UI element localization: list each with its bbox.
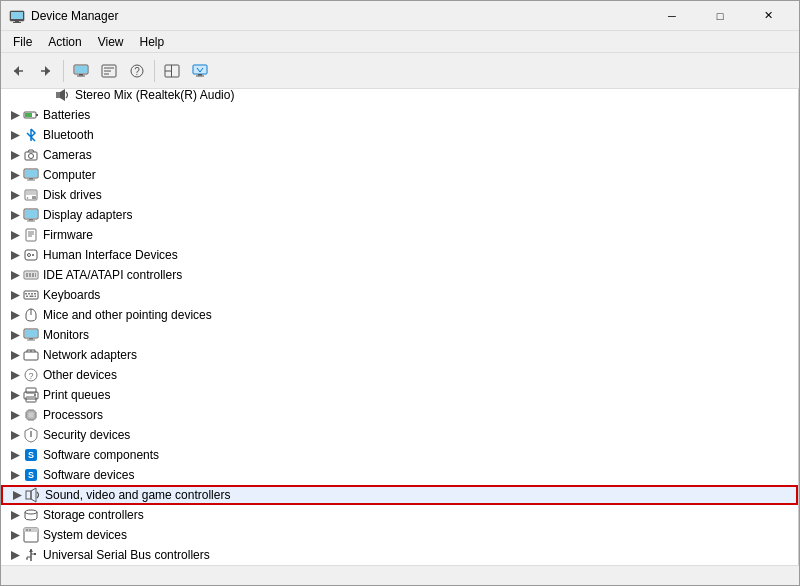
label-processors: Processors bbox=[43, 408, 103, 422]
svg-marker-47 bbox=[11, 211, 20, 220]
icon-disk bbox=[23, 187, 39, 203]
label-hid: Human Interface Devices bbox=[43, 248, 178, 262]
icon-software: S bbox=[23, 467, 39, 483]
tree-item-ideata[interactable]: IDE ATA/ATAPI controllers bbox=[1, 265, 798, 285]
toolbar-back[interactable] bbox=[5, 58, 31, 84]
svg-marker-68 bbox=[11, 291, 20, 300]
toolbar-computer[interactable] bbox=[68, 58, 94, 84]
expander-monitors[interactable] bbox=[7, 327, 23, 343]
expander-processors[interactable] bbox=[7, 407, 23, 423]
svg-rect-129 bbox=[24, 528, 38, 532]
tree-item-hid[interactable]: Human Interface Devices bbox=[1, 245, 798, 265]
content-area: Speaker (Realtek(R) Audio)Stereo Mix (Re… bbox=[1, 89, 799, 565]
toolbar-monitor[interactable] bbox=[187, 58, 213, 84]
svg-rect-82 bbox=[29, 338, 33, 340]
tree-item-bluetooth[interactable]: Bluetooth bbox=[1, 125, 798, 145]
tree-item-softwarecomponents[interactable]: SSoftware components bbox=[1, 445, 798, 465]
svg-rect-71 bbox=[28, 293, 30, 295]
tree-item-storagecontrollers[interactable]: Storage controllers bbox=[1, 505, 798, 525]
expander-bluetooth[interactable] bbox=[7, 127, 23, 143]
toolbar-forward[interactable] bbox=[33, 58, 59, 84]
tree-item-diskdrives[interactable]: Disk drives bbox=[1, 185, 798, 205]
tree-item-systemdevices[interactable]: System devices bbox=[1, 525, 798, 545]
icon-software: S bbox=[23, 447, 39, 463]
expander-storagecontrollers[interactable] bbox=[7, 507, 23, 523]
svg-rect-70 bbox=[25, 293, 27, 295]
tree-item-cameras[interactable]: Cameras bbox=[1, 145, 798, 165]
tree-item-speaker2[interactable]: Stereo Mix (Realtek(R) Audio) bbox=[1, 89, 798, 105]
expander-hid[interactable] bbox=[7, 247, 23, 263]
expander-speaker2 bbox=[39, 89, 55, 103]
tree-item-usb[interactable]: Universal Serial Bus controllers bbox=[1, 545, 798, 565]
expander-usb[interactable] bbox=[7, 547, 23, 563]
svg-marker-29 bbox=[11, 111, 20, 120]
close-button[interactable]: ✕ bbox=[745, 1, 791, 31]
expander-displayadapters[interactable] bbox=[7, 207, 23, 223]
tree-item-processors[interactable]: Processors bbox=[1, 405, 798, 425]
tree-item-otherdevices[interactable]: ?Other devices bbox=[1, 365, 798, 385]
tree-item-batteries[interactable]: Batteries bbox=[1, 105, 798, 125]
svg-marker-113 bbox=[11, 431, 20, 440]
expander-softwarecomponents[interactable] bbox=[7, 447, 23, 463]
icon-mouse bbox=[23, 307, 39, 323]
label-soundvideo: Sound, video and game controllers bbox=[45, 488, 230, 502]
expander-firmware[interactable] bbox=[7, 227, 23, 243]
title-bar: Device Manager ─ □ ✕ bbox=[1, 1, 799, 31]
svg-point-59 bbox=[28, 254, 31, 257]
expander-otherdevices[interactable] bbox=[7, 367, 23, 383]
svg-rect-39 bbox=[25, 170, 37, 177]
expander-mice[interactable] bbox=[7, 307, 23, 323]
expander-softwaredevices[interactable] bbox=[7, 467, 23, 483]
tree-item-mice[interactable]: Mice and other pointing devices bbox=[1, 305, 798, 325]
svg-rect-51 bbox=[27, 221, 35, 222]
label-mice: Mice and other pointing devices bbox=[43, 308, 212, 322]
svg-rect-100 bbox=[28, 412, 34, 418]
minimize-button[interactable]: ─ bbox=[649, 1, 695, 31]
toolbar-sep-1 bbox=[63, 60, 64, 82]
toolbar-view[interactable] bbox=[159, 58, 185, 84]
svg-point-46 bbox=[27, 197, 29, 199]
svg-marker-93 bbox=[11, 391, 20, 400]
icon-monitor bbox=[23, 327, 39, 343]
svg-marker-61 bbox=[11, 271, 20, 280]
device-tree[interactable]: Speaker (Realtek(R) Audio)Stereo Mix (Re… bbox=[1, 89, 799, 565]
tree-item-computer[interactable]: Computer bbox=[1, 165, 798, 185]
tree-item-networkadapters[interactable]: Network adapters bbox=[1, 345, 798, 365]
tree-item-printqueues[interactable]: Print queues bbox=[1, 385, 798, 405]
menu-file[interactable]: File bbox=[5, 33, 40, 51]
svg-marker-134 bbox=[29, 549, 33, 552]
tree-item-monitors[interactable]: Monitors bbox=[1, 325, 798, 345]
status-bar bbox=[1, 565, 799, 585]
svg-marker-116 bbox=[11, 451, 20, 460]
menu-view[interactable]: View bbox=[90, 33, 132, 51]
tree-item-firmware[interactable]: Firmware bbox=[1, 225, 798, 245]
icon-print bbox=[23, 387, 39, 403]
tree-item-securitydevices[interactable]: Security devices bbox=[1, 425, 798, 445]
tree-item-soundvideo[interactable]: Sound, video and game controllers bbox=[1, 485, 798, 505]
expander-securitydevices[interactable] bbox=[7, 427, 23, 443]
expander-ideata[interactable] bbox=[7, 267, 23, 283]
tree-item-keyboards[interactable]: Keyboards bbox=[1, 285, 798, 305]
window-controls: ─ □ ✕ bbox=[649, 1, 791, 31]
expander-printqueues[interactable] bbox=[7, 387, 23, 403]
expander-soundvideo[interactable] bbox=[9, 487, 25, 503]
svg-marker-34 bbox=[11, 151, 20, 160]
expander-diskdrives[interactable] bbox=[7, 187, 23, 203]
label-usb: Universal Serial Bus controllers bbox=[43, 548, 210, 562]
toolbar-help[interactable]: ? bbox=[124, 58, 150, 84]
expander-batteries[interactable] bbox=[7, 107, 23, 123]
expander-computer[interactable] bbox=[7, 167, 23, 183]
tree-item-softwaredevices[interactable]: SSoftware devices bbox=[1, 465, 798, 485]
label-speaker2: Stereo Mix (Realtek(R) Audio) bbox=[75, 89, 234, 102]
expander-systemdevices[interactable] bbox=[7, 527, 23, 543]
maximize-button[interactable]: □ bbox=[697, 1, 743, 31]
expander-cameras[interactable] bbox=[7, 147, 23, 163]
expander-keyboards[interactable] bbox=[7, 287, 23, 303]
menu-action[interactable]: Action bbox=[40, 33, 89, 51]
menu-help[interactable]: Help bbox=[132, 33, 173, 51]
icon-processor bbox=[23, 407, 39, 423]
expander-networkadapters[interactable] bbox=[7, 347, 23, 363]
toolbar-properties[interactable] bbox=[96, 58, 122, 84]
tree-item-displayadapters[interactable]: Display adapters bbox=[1, 205, 798, 225]
svg-text:?: ? bbox=[134, 66, 140, 77]
